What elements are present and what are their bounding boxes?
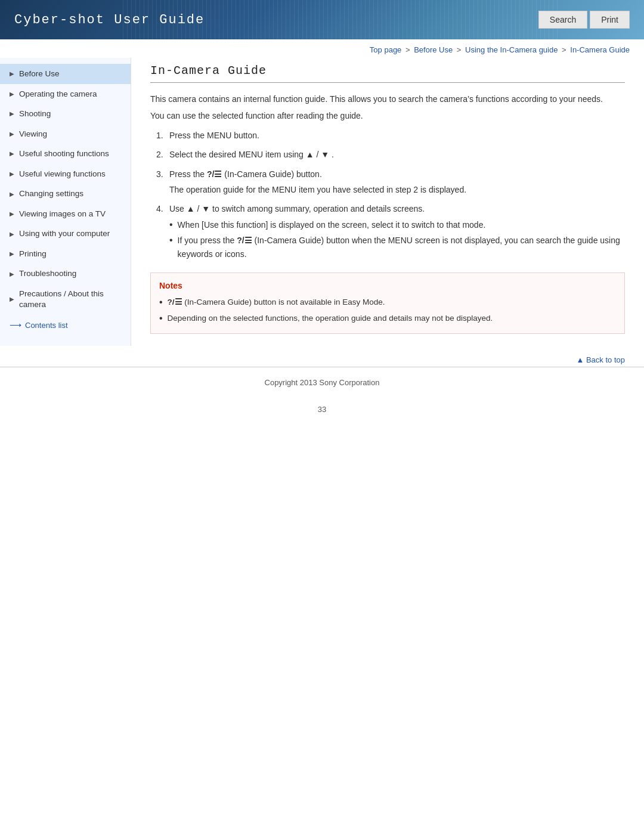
footer-divider bbox=[0, 367, 644, 367]
breadcrumb-in-camera-guide-section[interactable]: Using the In-Camera guide bbox=[465, 45, 558, 54]
note-2: • Depending on the selected functions, t… bbox=[159, 312, 616, 325]
notes-title: Notes bbox=[159, 279, 616, 292]
arrow-icon-shooting: ▶ bbox=[10, 110, 14, 117]
sidebar-item-changing-settings[interactable]: ▶ Changing settings bbox=[0, 184, 131, 204]
breadcrumb-sep-1: > bbox=[405, 45, 412, 54]
sidebar-item-shooting[interactable]: ▶ Shooting bbox=[0, 104, 131, 124]
sidebar-label-before-use: Before Use bbox=[19, 69, 60, 79]
arrow-icon-viewing: ▶ bbox=[10, 130, 14, 138]
sidebar-item-precautions[interactable]: ▶ Precautions / About this camera bbox=[0, 284, 131, 314]
sidebar-label-printing: Printing bbox=[19, 249, 47, 259]
step-1: 1. Press the MENU button. bbox=[156, 129, 625, 142]
sidebar-item-useful-shooting[interactable]: ▶ Useful shooting functions bbox=[0, 144, 131, 164]
content-body: This camera contains an internal functio… bbox=[150, 92, 625, 334]
bullet-icon-1: • bbox=[169, 218, 173, 231]
sidebar-item-before-use[interactable]: ▶ Before Use bbox=[0, 64, 131, 84]
step-3: 3. Press the ?/☰ (In-Camera Guide) butto… bbox=[156, 168, 625, 197]
note-text-1: ?/☰ (In-Camera Guide) button is not avai… bbox=[168, 296, 385, 309]
bullet-2: • If you press the ?/☰ (In-Camera Guide)… bbox=[169, 234, 625, 261]
page-header: Cyber-shot User Guide Search Print bbox=[0, 0, 644, 39]
contents-arrow-icon: ⟶ bbox=[10, 320, 21, 330]
print-button[interactable]: Print bbox=[590, 11, 630, 29]
sidebar-label-operating: Operating the camera bbox=[19, 89, 97, 100]
site-title: Cyber-shot User Guide bbox=[14, 13, 205, 27]
main-layout: ▶ Before Use ▶ Operating the camera ▶ Sh… bbox=[0, 58, 644, 346]
sidebar-label-troubleshooting: Troubleshooting bbox=[19, 268, 76, 279]
sidebar-item-using-computer[interactable]: ▶ Using with your computer bbox=[0, 224, 131, 244]
breadcrumb-before-use[interactable]: Before Use bbox=[414, 45, 453, 54]
breadcrumb-current[interactable]: In-Camera Guide bbox=[570, 45, 630, 54]
footer-copyright: Copyright 2013 Sony Corporation bbox=[0, 373, 644, 399]
notes-box: Notes • ?/☰ (In-Camera Guide) button is … bbox=[150, 272, 625, 334]
sidebar-label-precautions: Precautions / About this camera bbox=[19, 289, 123, 309]
sidebar-label-shooting: Shooting bbox=[19, 109, 51, 119]
contents-list-link[interactable]: ⟶ Contents list bbox=[0, 314, 131, 335]
sidebar: ▶ Before Use ▶ Operating the camera ▶ Sh… bbox=[0, 58, 131, 346]
sidebar-item-useful-viewing[interactable]: ▶ Useful viewing functions bbox=[0, 164, 131, 184]
note-1: • ?/☰ (In-Camera Guide) button is not av… bbox=[159, 296, 616, 309]
breadcrumb: Top page > Before Use > Using the In-Cam… bbox=[0, 39, 644, 58]
sidebar-label-computer: Using with your computer bbox=[19, 228, 110, 239]
sidebar-label-viewing: Viewing bbox=[19, 129, 47, 140]
bullet-text-1: When [Use this function] is displayed on… bbox=[178, 218, 486, 231]
sidebar-item-printing[interactable]: ▶ Printing bbox=[0, 244, 131, 264]
steps-list: 1. Press the MENU button. 2. Select the … bbox=[156, 129, 625, 263]
arrow-icon-computer: ▶ bbox=[10, 230, 14, 238]
step-3-sub: The operation guide for the MENU item yo… bbox=[169, 183, 625, 196]
sidebar-item-troubleshooting[interactable]: ▶ Troubleshooting bbox=[0, 264, 131, 284]
intro-para-1: This camera contains an internal functio… bbox=[150, 92, 625, 106]
header-buttons: Search Print bbox=[538, 11, 630, 29]
page-title: In-Camera Guide bbox=[150, 64, 625, 83]
bullet-1: • When [Use this function] is displayed … bbox=[169, 218, 625, 231]
sidebar-label-useful-viewing: Useful viewing functions bbox=[19, 169, 106, 179]
sidebar-item-viewing-tv[interactable]: ▶ Viewing images on a TV bbox=[0, 204, 131, 224]
page-number: 33 bbox=[0, 399, 644, 426]
bullet-icon-2: • bbox=[169, 234, 173, 247]
back-to-top: ▲ Back to top bbox=[0, 346, 644, 367]
sidebar-item-operating-camera[interactable]: ▶ Operating the camera bbox=[0, 84, 131, 104]
arrow-icon-viewing-tv: ▶ bbox=[10, 210, 14, 218]
arrow-icon-useful-shooting: ▶ bbox=[10, 150, 14, 157]
step-4-bullets: • When [Use this function] is displayed … bbox=[169, 218, 625, 261]
note-text-2: Depending on the selected functions, the… bbox=[168, 312, 493, 325]
contents-list-label: Contents list bbox=[25, 321, 68, 330]
intro-para-2: You can use the selected function after … bbox=[150, 109, 625, 122]
back-to-top-link[interactable]: ▲ Back to top bbox=[576, 355, 625, 364]
content-area: In-Camera Guide This camera contains an … bbox=[131, 58, 644, 346]
sidebar-label-useful-shooting: Useful shooting functions bbox=[19, 148, 109, 159]
sidebar-label-viewing-tv: Viewing images on a TV bbox=[19, 209, 106, 219]
breadcrumb-top[interactable]: Top page bbox=[370, 45, 402, 54]
step-text-2: Select the desired MENU item using ▲ / ▼… bbox=[169, 148, 625, 161]
arrow-icon-operating: ▶ bbox=[10, 90, 14, 98]
step-2: 2. Select the desired MENU item using ▲ … bbox=[156, 148, 625, 161]
arrow-icon-changing: ▶ bbox=[10, 190, 14, 198]
sidebar-item-viewing[interactable]: ▶ Viewing bbox=[0, 124, 131, 144]
step-num-4: 4. bbox=[156, 202, 169, 215]
note-bullet-2: • bbox=[159, 312, 163, 325]
note-bullet-1: • bbox=[159, 296, 163, 309]
arrow-icon-before-use: ▶ bbox=[10, 70, 14, 78]
search-button[interactable]: Search bbox=[538, 11, 587, 29]
step-text-4: Use ▲ / ▼ to switch among summary, opera… bbox=[169, 202, 625, 215]
arrow-icon-troubleshooting: ▶ bbox=[10, 270, 14, 278]
arrow-icon-useful-viewing: ▶ bbox=[10, 170, 14, 178]
sidebar-label-changing: Changing settings bbox=[19, 188, 83, 199]
step-text-1: Press the MENU button. bbox=[169, 129, 625, 142]
arrow-icon-printing: ▶ bbox=[10, 250, 14, 258]
step-text-3: Press the ?/☰ (In-Camera Guide) button. bbox=[169, 168, 625, 181]
notes-list: • ?/☰ (In-Camera Guide) button is not av… bbox=[159, 296, 616, 325]
bullet-text-2: If you press the ?/☰ (In-Camera Guide) b… bbox=[178, 234, 625, 261]
breadcrumb-sep-2: > bbox=[457, 45, 463, 54]
breadcrumb-sep-3: > bbox=[562, 45, 568, 54]
step-num-3: 3. bbox=[156, 168, 169, 181]
arrow-icon-precautions: ▶ bbox=[10, 295, 14, 303]
step-num-1: 1. bbox=[156, 129, 169, 142]
step-4: 4. Use ▲ / ▼ to switch among summary, op… bbox=[156, 202, 625, 263]
step-num-2: 2. bbox=[156, 148, 169, 161]
